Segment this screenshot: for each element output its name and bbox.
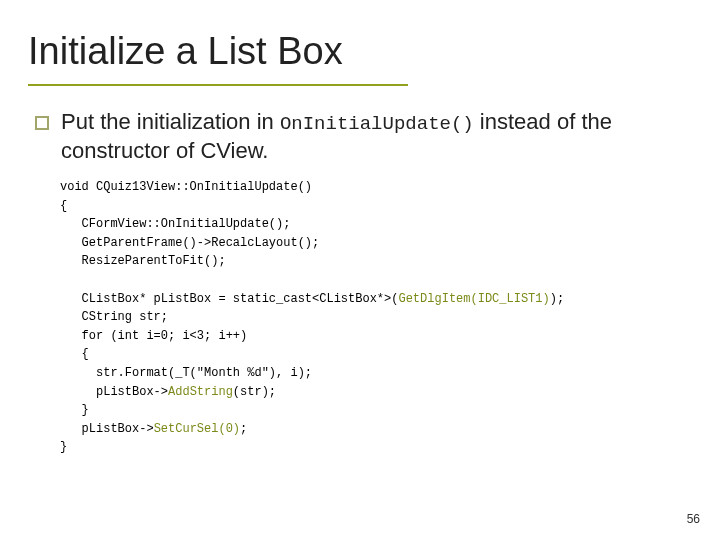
code-line: GetParentFrame()->RecalcLayout(); [60, 236, 319, 250]
code-line: void CQuiz13View::OnInitialUpdate() [60, 180, 312, 194]
bullet-item: Put the initialization in OnInitialUpdat… [35, 108, 685, 164]
code-block: void CQuiz13View::OnInitialUpdate() { CF… [60, 178, 690, 457]
slide-title: Initialize a List Box [28, 30, 343, 73]
code-line: (str); [233, 385, 276, 399]
code-line: pListBox-> [60, 422, 154, 436]
code-line: str.Format(_T("Month %d"), i); [60, 366, 312, 380]
code-line: } [60, 403, 89, 417]
code-line: CString str; [60, 310, 168, 324]
code-line: } [60, 440, 67, 454]
slide: Initialize a List Box Put the initializa… [0, 0, 720, 540]
code-highlight: GetDlgItem(IDC_LIST1) [398, 292, 549, 306]
page-number: 56 [687, 512, 700, 526]
title-underline [28, 84, 408, 86]
code-highlight: SetCurSel(0) [154, 422, 240, 436]
square-bullet-icon [35, 116, 49, 130]
code-line: { [60, 347, 89, 361]
bullet-mono: OnInitialUpdate() [280, 113, 474, 135]
code-line: ; [240, 422, 247, 436]
bullet-text: Put the initialization in OnInitialUpdat… [61, 108, 685, 164]
code-line: ); [550, 292, 564, 306]
code-line: CListBox* pListBox = static_cast<CListBo… [60, 292, 398, 306]
code-line: ResizeParentToFit(); [60, 254, 226, 268]
code-line: { [60, 199, 67, 213]
bullet-lead: Put the initialization in [61, 109, 280, 134]
code-line: CFormView::OnInitialUpdate(); [60, 217, 290, 231]
code-line: for (int i=0; i<3; i++) [60, 329, 247, 343]
code-line: pListBox-> [60, 385, 168, 399]
code-highlight: AddString [168, 385, 233, 399]
